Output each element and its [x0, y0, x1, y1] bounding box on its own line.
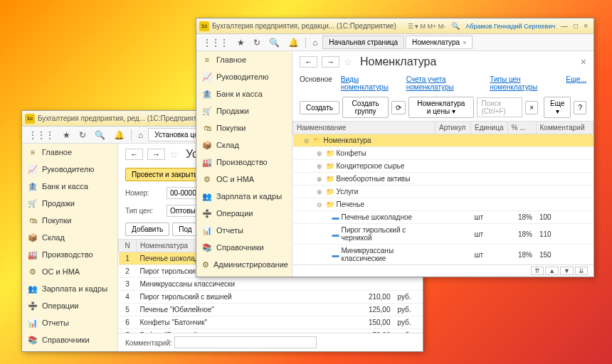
link-more[interactable]: Еще...	[566, 75, 586, 91]
refresh-button[interactable]: ⟳	[391, 101, 406, 114]
table-row[interactable]: 6Конфеты "Батончик"150,00руб.	[119, 316, 423, 329]
more-button[interactable]: Еще ▾	[544, 97, 571, 118]
fav-icon[interactable]: ☆	[169, 149, 179, 160]
fwd-button[interactable]: →	[147, 149, 165, 160]
select-button[interactable]: Под	[172, 223, 198, 236]
create-button[interactable]: Создать	[300, 101, 339, 114]
col-n[interactable]: N	[119, 240, 137, 252]
sidebar-item[interactable]: 🏭Производство	[22, 246, 117, 263]
sidebar-item[interactable]: ⚙Администрирование	[196, 256, 292, 273]
add-button[interactable]: Добавить	[125, 223, 169, 236]
folder-row[interactable]: ⊖📁Печенье	[293, 198, 593, 211]
save-close-button[interactable]: Провести и закрыть	[125, 168, 204, 181]
help-button[interactable]: ?	[574, 101, 586, 114]
back-button[interactable]: ←	[300, 56, 317, 68]
col-pct[interactable]: % ...	[507, 122, 536, 134]
sidebar-item[interactable]: 👥Зарплата и кадры	[196, 188, 292, 205]
link-types[interactable]: Виды номенклатуры	[341, 75, 398, 91]
bell-icon[interactable]: 🔔	[110, 129, 128, 141]
clear-search-button[interactable]: ×	[525, 101, 538, 114]
page-close-icon[interactable]: ×	[581, 56, 586, 68]
bell-icon[interactable]: 🔔	[285, 36, 302, 49]
sidebar-item[interactable]: ⚙Администрирование	[22, 348, 117, 351]
pg-last[interactable]: ⇊	[575, 267, 588, 275]
search-input[interactable]: Поиск (Ctrl+F)	[477, 97, 523, 117]
sidebar-item[interactable]: 📊Отчеты	[196, 222, 292, 239]
table-row[interactable]: 4Пирог тирольский с вишней210,00руб.	[119, 291, 423, 304]
user-link[interactable]: Абрамов Геннадий Сергеевич	[463, 22, 558, 31]
sidebar-item[interactable]: ≡Главное	[196, 51, 292, 68]
expand-icon[interactable]: ⊖	[317, 201, 324, 208]
history-icon[interactable]: ↻	[250, 36, 264, 49]
search-icon[interactable]: 🔍	[448, 21, 463, 31]
home-icon[interactable]: ⌂	[134, 129, 147, 141]
tab-close-icon[interactable]: ×	[463, 39, 466, 46]
tab-home[interactable]: Начальная страница	[322, 36, 404, 49]
max-button[interactable]: □	[571, 21, 581, 31]
expand-icon[interactable]: ⊕	[317, 176, 324, 183]
sidebar-item[interactable]: 📦Склад	[22, 229, 117, 246]
folder-row[interactable]: ⊖📁Номенклатура	[293, 134, 593, 147]
col-comment[interactable]: Комментарий	[536, 122, 593, 134]
col-name[interactable]: Наименование	[293, 122, 436, 134]
item-row[interactable]: ▬Пирог тирольский с черникойшт18%110	[293, 224, 593, 245]
fwd-button[interactable]: →	[322, 56, 339, 68]
min-button[interactable]: —	[558, 21, 571, 31]
pg-down[interactable]: ▼	[560, 267, 574, 275]
tab-nomenclature[interactable]: Номенклатура×	[406, 36, 473, 49]
link-accounts[interactable]: Счета учета номенклатуры	[406, 75, 482, 91]
folder-row[interactable]: ⊕📁Конфеты	[293, 147, 593, 160]
pg-first[interactable]: ⇈	[531, 267, 544, 275]
folder-row[interactable]: ⊕📁Кондитерское сырье	[293, 160, 593, 173]
sidebar-item[interactable]: 📈Руководителю	[196, 68, 292, 85]
link-price-types[interactable]: Типы цен номенклатуры	[490, 75, 557, 91]
tb-m[interactable]: ☰ ▾ M M+ M-	[405, 22, 449, 31]
folder-row[interactable]: ⊕📁Услуги	[293, 186, 593, 198]
home-icon[interactable]: ⌂	[309, 36, 321, 49]
star-icon[interactable]: ★	[59, 129, 74, 141]
apps-icon[interactable]: ⋮⋮⋮	[199, 36, 232, 49]
sidebar-item[interactable]: 👥Зарплата и кадры	[22, 280, 117, 297]
sidebar-item[interactable]: 🛍Покупки	[22, 212, 117, 229]
sidebar-item[interactable]: 📈Руководителю	[22, 161, 117, 178]
search-icon[interactable]: 🔍	[91, 129, 109, 141]
back-button[interactable]: ←	[125, 149, 143, 160]
link-main[interactable]: Основное	[300, 75, 332, 91]
col-unit[interactable]: Единица	[471, 122, 508, 134]
close-button[interactable]: ×	[581, 21, 591, 31]
sidebar-item[interactable]: ⚙ОС и НМА	[22, 263, 117, 280]
expand-icon[interactable]: ⊕	[317, 163, 324, 170]
sidebar-item[interactable]: 🏭Производство	[196, 154, 292, 171]
sidebar-item[interactable]: ➗Операции	[196, 205, 292, 222]
sidebar-item[interactable]: 🛍Покупки	[196, 119, 292, 136]
table-row[interactable]: 3Миникруассаны классически	[119, 278, 423, 291]
sidebar-item[interactable]: ⚙ОС и НМА	[196, 171, 292, 188]
filter-button[interactable]: Номенклатура и цены ▾	[408, 97, 473, 118]
pg-up[interactable]: ▲	[545, 267, 559, 275]
expand-icon[interactable]: ⊕	[317, 188, 324, 196]
create-group-button[interactable]: Создать группу	[342, 97, 389, 118]
sidebar-item[interactable]: ≡Главное	[22, 144, 117, 161]
sidebar-item[interactable]: 🛒Продажи	[22, 195, 117, 212]
sidebar-item[interactable]: 🛒Продажи	[196, 102, 292, 119]
sidebar-item[interactable]: 🏦Банк и касса	[22, 178, 117, 195]
sidebar-item[interactable]: ➗Операции	[22, 297, 117, 314]
table-row[interactable]: 5Печенье "Юбилейное"125,00руб.	[119, 304, 423, 316]
sidebar-item[interactable]: 🏦Банк и касса	[196, 85, 292, 102]
fav-icon[interactable]: ☆	[344, 56, 353, 68]
history-icon[interactable]: ↻	[75, 129, 90, 141]
sidebar-item[interactable]: 📚Справочники	[22, 331, 117, 348]
expand-icon[interactable]: ⊖	[304, 137, 311, 144]
search-icon[interactable]: 🔍	[265, 36, 283, 49]
sidebar-item[interactable]: 📊Отчеты	[22, 314, 117, 331]
sidebar-item[interactable]: 📚Справочники	[196, 239, 292, 256]
apps-icon[interactable]: ⋮⋮⋮	[25, 129, 58, 141]
star-icon[interactable]: ★	[233, 36, 248, 49]
sidebar-item[interactable]: 📦Склад	[196, 136, 292, 154]
folder-row[interactable]: ⊕📁Внеоборотные активы	[293, 173, 593, 186]
item-row[interactable]: ▬Миникруассаны классическиешт18%150	[293, 245, 593, 265]
comment-field[interactable]	[174, 336, 317, 348]
expand-icon[interactable]: ⊕	[317, 150, 324, 157]
col-sku[interactable]: Артикул	[436, 122, 471, 134]
item-row[interactable]: ▬Печенье шоколадноешт18%100	[293, 211, 593, 224]
